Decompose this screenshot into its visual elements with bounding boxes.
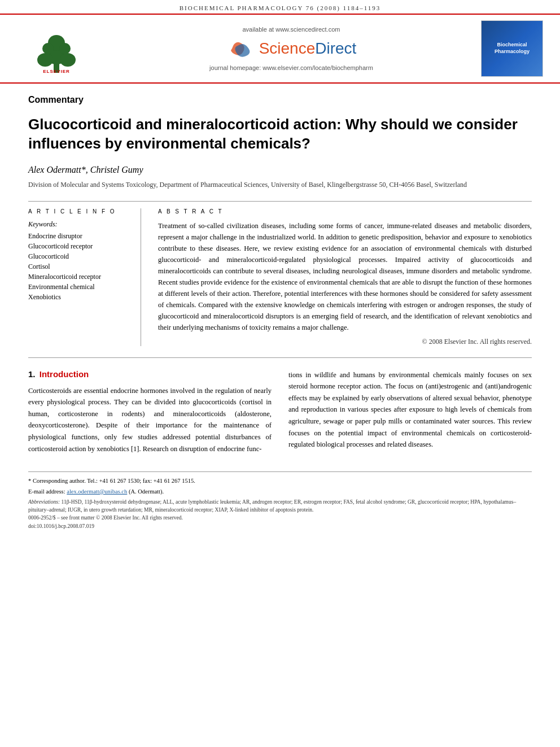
keywords-list: Endocrine disruptor Glucocorticoid recep… (28, 232, 129, 302)
main-content: Commentary Glucocorticoid and mineraloco… (0, 84, 560, 541)
abstract-label: A B S T R A C T (158, 208, 532, 215)
abbreviations-label: Abbreviations: (28, 499, 60, 505)
authors: Alex Odermatt*, Christel Gumy (28, 165, 532, 175)
email-link[interactable]: alex.odermatt@unibas.ch (67, 488, 127, 495)
abbreviations-note: Abbreviations: 11β-HSD, 11β-hydroxystero… (28, 498, 532, 514)
svg-point-5 (42, 43, 54, 54)
article-info-label: A R T I C L E I N F O (28, 208, 129, 215)
article-title: Glucocorticoid and mineralocorticoid act… (28, 115, 532, 154)
email-note: E-mail address: alex.odermatt@unibas.ch … (28, 487, 532, 496)
body-content: 1. Introduction Corticosteroids are esse… (28, 357, 532, 461)
svg-point-3 (60, 53, 76, 67)
section-number: 1. (28, 369, 36, 379)
sciencedirect-logo: ScienceDirect (102, 37, 481, 60)
affiliation: Division of Molecular and Systems Toxico… (28, 180, 532, 190)
journal-cover-container: Biochemical Pharmacology (481, 20, 549, 77)
email-suffix: (A. Odermatt). (127, 488, 164, 495)
keyword-3: Glucocorticoid (28, 252, 129, 261)
svg-point-6 (59, 43, 71, 54)
abbreviations-text: 11β-HSD, 11β-hydroxysteroid dehydrogenas… (28, 499, 516, 513)
svg-point-2 (37, 53, 53, 67)
divider-1 (28, 201, 532, 202)
journal-cover: Biochemical Pharmacology (481, 20, 543, 77)
corresponding-author-note: * Corresponding author. Tel.: +41 61 267… (28, 477, 532, 486)
sd-logo-icon (226, 37, 255, 60)
elsevier-logo: ELSEVIER (11, 23, 102, 74)
sciencedirect-text: ScienceDirect (259, 40, 357, 58)
section-heading: Introduction (40, 369, 89, 379)
keyword-2: Glucocorticoid receptor (28, 242, 129, 251)
banner: ELSEVIER available at www.sciencedirect.… (0, 15, 560, 84)
journal-header: BIOCHEMICAL PHARMACOLOGY 76 (2008) 1184–… (0, 0, 560, 15)
intro-right-paragraph: tions in wildlife and humans by environm… (288, 369, 532, 451)
body-right: tions in wildlife and humans by environm… (288, 369, 532, 461)
copyright-text: © 2008 Elsevier Inc. All rights reserved… (158, 338, 532, 346)
abstract-section: A B S T R A C T Treatment of so-called c… (158, 208, 532, 346)
available-text: available at www.sciencedirect.com (102, 26, 481, 33)
keyword-4: Cortisol (28, 263, 129, 271)
homepage-text: journal homepage: www.elsevier.com/locat… (102, 64, 481, 71)
introduction-heading: 1. Introduction (28, 369, 272, 379)
cover-title: Biochemical Pharmacology (495, 42, 530, 55)
footnotes: * Corresponding author. Tel.: +41 61 267… (28, 471, 532, 530)
article-type-label: Commentary (28, 95, 532, 108)
elsevier-logo-container: ELSEVIER (11, 23, 102, 74)
banner-center: available at www.sciencedirect.com Scien… (102, 26, 481, 71)
keyword-1: Endocrine disruptor (28, 232, 129, 241)
body-left: 1. Introduction Corticosteroids are esse… (28, 369, 272, 461)
keyword-5: Mineralocorticoid receptor (28, 273, 129, 281)
svg-text:ELSEVIER: ELSEVIER (43, 69, 70, 74)
elsevier-tree-icon: ELSEVIER (28, 23, 85, 74)
doi-note: 0006-2952/$ – see front matter © 2008 El… (28, 514, 532, 522)
keywords-label: Keywords: (28, 220, 129, 229)
keyword-7: Xenobiotics (28, 293, 129, 302)
doi-link: doi:10.1016/j.bcp.2008.07.019 (28, 523, 94, 529)
doi-value: doi:10.1016/j.bcp.2008.07.019 (28, 522, 532, 530)
doi-text: 0006-2952/$ – see front matter © 2008 El… (28, 515, 183, 521)
journal-header-text: BIOCHEMICAL PHARMACOLOGY 76 (2008) 1184–… (180, 5, 380, 11)
article-info: A R T I C L E I N F O Keywords: Endocrin… (28, 208, 141, 346)
article-info-abstract: A R T I C L E I N F O Keywords: Endocrin… (28, 208, 532, 346)
abstract-text: Treatment of so-called civilization dise… (158, 220, 532, 333)
intro-left-paragraph: Corticosteroids are essential endocrine … (28, 385, 272, 455)
corresponding-author-text: * Corresponding author. Tel.: +41 61 267… (28, 478, 195, 484)
keyword-6: Environmental chemical (28, 283, 129, 291)
email-label: E-mail address: (28, 488, 67, 495)
